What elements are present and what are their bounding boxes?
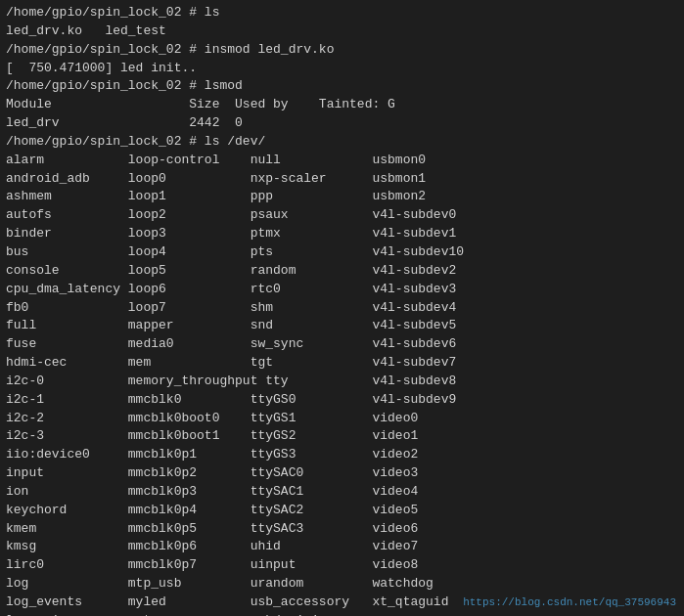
terminal-line: console loop5 random v4l-subdev2 xyxy=(6,262,678,281)
terminal-line: i2c-3 mmcblk0boot1 ttyGS2 video1 xyxy=(6,427,678,446)
terminal-line: keychord mmcblk0p4 ttySAC2 video5 xyxy=(6,502,678,520)
terminal-line: /home/gpio/spin_lock_02 # ls /dev/ xyxy=(6,133,678,152)
terminal-line: ion mmcblk0p3 ttySAC1 video4 xyxy=(6,483,678,502)
terminal-line: autofs loop2 psaux v4l-subdev0 xyxy=(6,206,678,225)
terminal-line: android_adb loop0 nxp-scaler usbmon1 xyxy=(6,170,678,189)
watermark: https://blog.csdn.net/qq_37596943 xyxy=(463,596,676,608)
terminal-line: full mapper snd v4l-subdev5 xyxy=(6,317,678,335)
terminal-window: /home/gpio/spin_lock_02 # lsled_drv.ko l… xyxy=(0,0,684,616)
terminal-line: bus loop4 pts v4l-subdev10 xyxy=(6,243,678,262)
terminal-line: alarm loop-control null usbmon0 xyxy=(6,152,678,170)
terminal-line: hdmi-cec mem tgt v4l-subdev7 xyxy=(6,354,678,373)
terminal-line: input mmcblk0p2 ttySAC0 video3 xyxy=(6,464,678,483)
terminal-line: ashmem loop1 ppp usbmon2 xyxy=(6,188,678,206)
terminal-line: i2c-2 mmcblk0boot0 ttyGS1 video0 xyxy=(6,410,678,428)
terminal-line: i2c-0 memory_throughput tty v4l-subdev8 xyxy=(6,373,678,391)
terminal-line: kmem mmcblk0p5 ttySAC3 video6 xyxy=(6,520,678,539)
terminal-line: cpu_dma_latency loop6 rtc0 v4l-subdev3 xyxy=(6,281,678,299)
terminal-line: fb0 loop7 shm v4l-subdev4 xyxy=(6,299,678,318)
terminal-line: binder loop3 ptmx v4l-subdev1 xyxy=(6,225,678,243)
terminal-line: i2c-1 mmcblk0 ttyGS0 v4l-subdev9 xyxy=(6,391,678,410)
terminal-line: log_main net usbdev1.1 zero xyxy=(6,612,678,616)
terminal-line: /home/gpio/spin_lock_02 # insmod led_drv… xyxy=(6,41,678,60)
terminal-line: /home/gpio/spin_lock_02 # lsmod xyxy=(6,77,678,96)
terminal-line: log mtp_usb urandom watchdog xyxy=(6,575,678,594)
terminal-line: Module Size Used by Tainted: G xyxy=(6,96,678,114)
terminal-line: lirc0 mmcblk0p7 uinput video8 xyxy=(6,556,678,575)
terminal-line: fuse media0 sw_sync v4l-subdev6 xyxy=(6,335,678,354)
terminal-line: kmsg mmcblk0p6 uhid video7 xyxy=(6,538,678,556)
terminal-line: led_drv 2442 0 xyxy=(6,114,678,133)
terminal-line: led_drv.ko led_test xyxy=(6,22,678,41)
terminal-line: iio:device0 mmcblk0p1 ttyGS3 video2 xyxy=(6,446,678,464)
terminal-line: [ 750.471000] led init.. xyxy=(6,60,678,78)
terminal-line: /home/gpio/spin_lock_02 # ls xyxy=(6,4,678,22)
